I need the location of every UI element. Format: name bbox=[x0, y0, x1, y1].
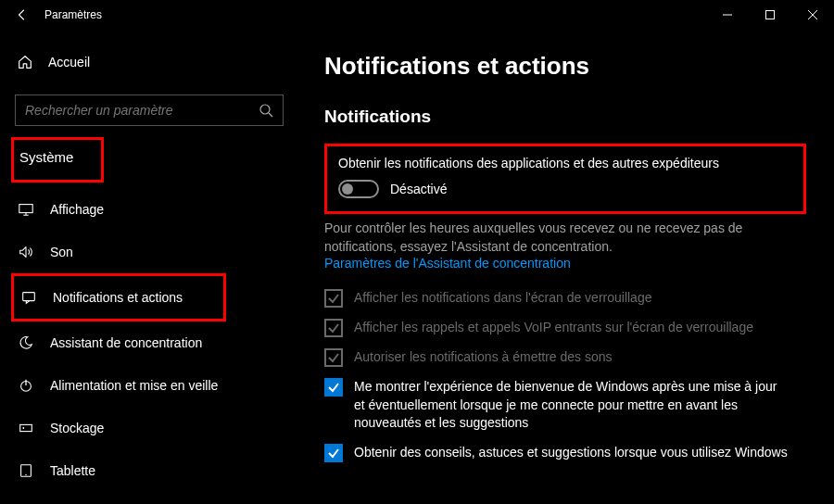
sidebar: Accueil Système Affichage Son bbox=[0, 30, 297, 504]
sidebar-item-alimentation[interactable]: Alimentation et mise en veille bbox=[11, 364, 287, 407]
checkbox-disabled bbox=[324, 348, 343, 367]
highlight-category: Système bbox=[11, 137, 104, 183]
close-button[interactable] bbox=[791, 0, 834, 30]
minimize-button[interactable] bbox=[706, 0, 749, 30]
option-label: Obtenir des conseils, astuces et suggest… bbox=[354, 444, 788, 462]
tablet-icon bbox=[17, 462, 35, 479]
highlight-main-toggle: Obtenir les notifications des applicatio… bbox=[324, 144, 806, 214]
section-title: Notifications bbox=[324, 107, 806, 127]
search-input[interactable] bbox=[25, 103, 259, 118]
search-box[interactable] bbox=[15, 94, 284, 126]
sidebar-item-label: Notifications et actions bbox=[53, 290, 183, 305]
sidebar-item-label: Son bbox=[50, 245, 73, 259]
sidebar-item-label: Assistant de concentration bbox=[50, 335, 202, 350]
option-label: Me montrer l'expérience de bienvenue de … bbox=[354, 378, 788, 433]
sidebar-item-notifications[interactable]: Notifications et actions bbox=[14, 276, 223, 319]
sidebar-item-label: Affichage bbox=[50, 202, 104, 217]
sidebar-item-label: Alimentation et mise en veille bbox=[50, 378, 218, 393]
svg-rect-0 bbox=[766, 11, 775, 19]
option-tips-suggestions[interactable]: Obtenir des conseils, astuces et suggest… bbox=[324, 444, 788, 462]
checkbox-disabled bbox=[324, 319, 343, 337]
home-icon bbox=[17, 54, 33, 70]
content-pane: Notifications et actions Notifications O… bbox=[297, 30, 834, 504]
display-icon bbox=[17, 201, 35, 218]
toggle-state-label: Désactivé bbox=[390, 182, 447, 196]
maximize-button[interactable] bbox=[749, 0, 791, 30]
back-button[interactable] bbox=[7, 0, 37, 30]
option-label: Afficher les rappels et appels VoIP entr… bbox=[354, 319, 788, 337]
notifications-toggle[interactable] bbox=[338, 180, 379, 198]
sidebar-home[interactable]: Accueil bbox=[11, 46, 287, 78]
sidebar-item-label: Tablette bbox=[50, 463, 95, 478]
highlight-nav-item: Notifications et actions bbox=[11, 273, 226, 321]
power-icon bbox=[17, 377, 35, 394]
checkbox-disabled bbox=[324, 289, 343, 308]
option-label: Afficher les notifications dans l'écran … bbox=[354, 289, 788, 308]
page-title: Notifications et actions bbox=[324, 52, 806, 81]
main-toggle-label: Obtenir les notifications des applicatio… bbox=[338, 156, 792, 170]
notification-icon bbox=[19, 289, 38, 306]
sidebar-item-assistant[interactable]: Assistant de concentration bbox=[11, 321, 287, 364]
svg-rect-2 bbox=[19, 205, 32, 213]
option-welcome-experience[interactable]: Me montrer l'expérience de bienvenue de … bbox=[324, 378, 788, 433]
option-voip-reminders: Afficher les rappels et appels VoIP entr… bbox=[324, 319, 788, 337]
svg-point-8 bbox=[25, 474, 26, 475]
moon-icon bbox=[17, 334, 35, 351]
option-label: Autoriser les notifications à émettre de… bbox=[354, 348, 788, 367]
option-sounds: Autoriser les notifications à émettre de… bbox=[324, 348, 788, 367]
search-icon bbox=[259, 103, 273, 118]
focus-assist-link[interactable]: Paramètres de l'Assistant de concentrati… bbox=[324, 256, 806, 271]
description-text: Pour contrôler les heures auxquelles vou… bbox=[324, 220, 806, 256]
sidebar-item-tablette[interactable]: Tablette bbox=[11, 449, 287, 492]
toggle-knob bbox=[342, 183, 353, 195]
storage-icon bbox=[17, 420, 35, 436]
titlebar: Paramètres bbox=[0, 0, 834, 30]
window-title: Paramètres bbox=[44, 8, 706, 21]
svg-rect-5 bbox=[20, 424, 32, 431]
checkbox-checked[interactable] bbox=[324, 444, 343, 462]
sidebar-category[interactable]: Système bbox=[14, 140, 79, 174]
sidebar-item-son[interactable]: Son bbox=[11, 231, 287, 273]
sidebar-item-affichage[interactable]: Affichage bbox=[11, 188, 287, 231]
checkbox-checked[interactable] bbox=[324, 378, 343, 397]
svg-rect-3 bbox=[23, 293, 35, 301]
sidebar-item-label: Stockage bbox=[50, 421, 104, 435]
sidebar-home-label: Accueil bbox=[48, 55, 90, 69]
sidebar-item-stockage[interactable]: Stockage bbox=[11, 407, 287, 449]
svg-point-1 bbox=[260, 105, 270, 114]
option-lockscreen-notifications: Afficher les notifications dans l'écran … bbox=[324, 289, 788, 308]
svg-point-6 bbox=[22, 427, 24, 429]
sound-icon bbox=[17, 244, 35, 260]
